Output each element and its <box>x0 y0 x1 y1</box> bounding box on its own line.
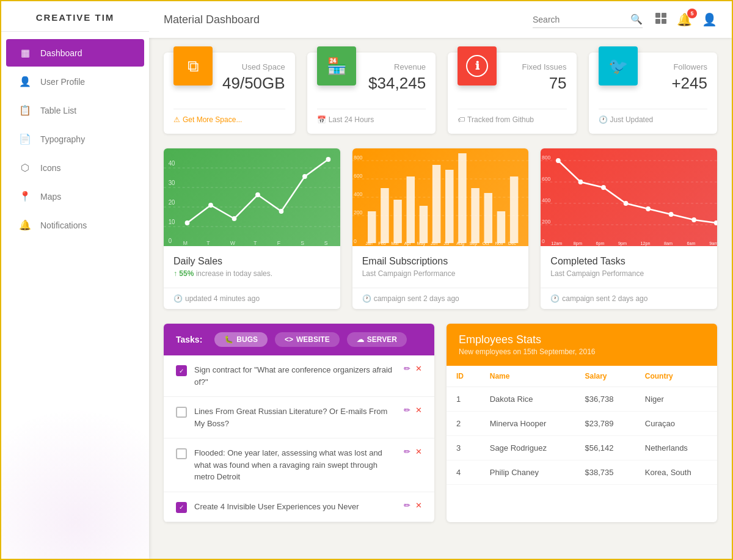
col-salary: Salary <box>575 366 635 387</box>
svg-text:400: 400 <box>354 191 363 197</box>
emp-salary: $23,789 <box>575 412 635 436</box>
followers-footer: 🕐 Just Updated <box>599 109 707 124</box>
user-menu-button[interactable]: 👤 <box>702 12 717 27</box>
employees-header-row: ID Name Salary Country <box>447 366 717 387</box>
emp-name: Sage Rodriguez <box>480 436 575 460</box>
task-edit-2[interactable]: ✏ <box>404 447 410 456</box>
sidebar-item-icons[interactable]: ⬡ Icons <box>6 154 144 181</box>
svg-text:800: 800 <box>354 155 363 161</box>
svg-text:0: 0 <box>542 238 545 244</box>
table-icon: 📋 <box>18 104 32 116</box>
svg-rect-42 <box>445 170 453 243</box>
svg-rect-40 <box>419 206 427 243</box>
employees-title: Employees Stats <box>459 333 705 346</box>
task-tab-website[interactable]: <> WEBSITE <box>275 332 340 347</box>
task-delete-3[interactable]: ✕ <box>415 501 422 510</box>
emp-id: 4 <box>447 460 480 485</box>
svg-rect-44 <box>471 188 479 243</box>
email-subscriptions-body: Email Subscriptions Last Campaign Perfor… <box>352 246 529 288</box>
sidebar-item-label: Maps <box>40 192 61 202</box>
sidebar-item-maps[interactable]: 📍 Maps <box>6 183 144 210</box>
task-item-3: ✓ Create 4 Invisible User Experiences yo… <box>164 492 434 522</box>
followers-label: Followers <box>647 62 707 71</box>
chart-card-daily-sales: 40 30 20 10 0 <box>164 148 340 309</box>
task-checkbox-0[interactable]: ✓ <box>176 365 187 376</box>
sidebar-item-label: Table List <box>40 106 76 115</box>
stat-card-followers: 🐦 Followers +245 🕐 Just Updated <box>589 53 717 134</box>
search-icon[interactable]: 🔍 <box>630 13 643 25</box>
task-edit-1[interactable]: ✏ <box>404 405 410 415</box>
used-space-footer: ⚠ Get More Space... <box>173 109 285 124</box>
svg-text:8am: 8am <box>664 241 673 246</box>
completed-tasks-body: Completed Tasks Last Campaign Performanc… <box>541 246 717 288</box>
svg-text:Dec: Dec <box>508 241 516 246</box>
emp-name: Minerva Hooper <box>480 412 575 436</box>
sidebar: CREATIVE TIM ▦ Dashboard 👤 User Profile … <box>1 1 149 559</box>
avatar-icon: 👤 <box>702 13 717 26</box>
svg-text:600: 600 <box>354 173 363 179</box>
sidebar-item-label: Typography <box>40 134 85 144</box>
task-actions-1: ✏ ✕ <box>404 405 422 415</box>
tasks-card: Tasks: 🐛 BUGS <> WEBSITE ☁ SERVER <box>164 324 434 522</box>
task-checkbox-1[interactable] <box>176 407 187 418</box>
stat-card-revenue: 🏪 Revenue $34,245 📅 Last 24 Hours <box>307 53 436 134</box>
emp-salary: $38,735 <box>575 460 635 485</box>
svg-text:Nov: Nov <box>495 241 503 246</box>
sidebar-item-typography[interactable]: 📄 Typography <box>6 125 144 153</box>
task-checkbox-3[interactable]: ✓ <box>176 502 187 513</box>
svg-rect-0 <box>655 13 660 18</box>
svg-text:12pn: 12pn <box>641 241 651 246</box>
svg-text:Jul: Jul <box>443 241 450 246</box>
notifications-button[interactable]: 🔔 5 <box>677 12 692 27</box>
task-edit-3[interactable]: ✏ <box>404 501 410 510</box>
twitter-icon: 🐦 <box>608 57 628 76</box>
svg-text:S: S <box>301 240 304 246</box>
revenue-icon-box: 🏪 <box>317 46 356 85</box>
grid-button[interactable] <box>655 12 667 27</box>
page-title: Material Dashboard <box>164 13 533 26</box>
emp-country: Korea, South <box>635 460 717 485</box>
emp-name: Philip Chaney <box>480 460 575 485</box>
sidebar-item-dashboard[interactable]: ▦ Dashboard <box>6 39 144 67</box>
task-tab-bugs[interactable]: 🐛 BUGS <box>214 332 268 347</box>
svg-text:W: W <box>230 240 236 246</box>
task-text-0: Sign contract for "What are conference o… <box>194 364 396 388</box>
svg-text:200: 200 <box>542 219 551 225</box>
email-subscriptions-chart-area: 800 600 400 200 0 <box>352 148 529 246</box>
svg-text:Sep: Sep <box>469 241 477 246</box>
svg-text:M: M <box>183 240 188 246</box>
svg-rect-37 <box>381 188 388 243</box>
chart-card-email-subscriptions: 800 600 400 200 0 <box>352 148 529 309</box>
map-icon: 📍 <box>18 191 32 202</box>
svg-text:600: 600 <box>542 176 551 182</box>
completed-tasks-title: Completed Tasks <box>550 256 707 267</box>
svg-text:S: S <box>324 240 328 246</box>
completed-tasks-chart-area: 800 600 400 200 0 <box>541 148 717 246</box>
sidebar-item-table-list[interactable]: 📋 Table List <box>6 96 144 124</box>
sidebar-item-notifications[interactable]: 🔔 Notifications <box>6 211 144 239</box>
col-country: Country <box>635 366 717 387</box>
task-delete-2[interactable]: ✕ <box>415 447 422 456</box>
task-delete-0[interactable]: ✕ <box>415 364 422 373</box>
task-checkbox-2[interactable] <box>176 448 187 459</box>
used-space-value: 49/50GB <box>222 74 285 93</box>
svg-point-13 <box>185 220 190 225</box>
bug-icon: 🐛 <box>224 335 233 344</box>
email-subscriptions-subtitle: Last Campaign Performance <box>362 269 519 278</box>
svg-text:12am: 12am <box>552 241 563 246</box>
daily-sales-subtitle: ↑ 55% increase in today sales. <box>173 269 330 278</box>
svg-rect-2 <box>655 19 660 24</box>
revenue-value: $34,245 <box>366 74 426 93</box>
svg-rect-43 <box>458 153 466 243</box>
task-edit-0[interactable]: ✏ <box>404 364 410 373</box>
revenue-label: Revenue <box>366 62 426 71</box>
task-delete-1[interactable]: ✕ <box>415 405 422 415</box>
svg-point-71 <box>601 185 606 190</box>
svg-text:F: F <box>277 240 281 246</box>
task-tab-server[interactable]: ☁ SERVER <box>347 332 407 347</box>
emp-name: Dakota Rice <box>480 387 575 412</box>
completed-tasks-subtitle: Last Campaign Performance <box>550 269 707 278</box>
sidebar-item-user-profile[interactable]: 👤 User Profile <box>6 68 144 95</box>
sidebar-item-label: Dashboard <box>40 48 82 58</box>
search-input[interactable] <box>533 15 630 24</box>
